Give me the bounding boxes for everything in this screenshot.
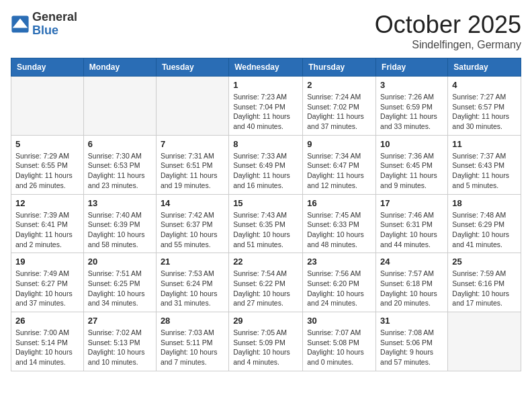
logo-icon: [11, 15, 30, 34]
calendar-cell: 23Sunrise: 7:56 AM Sunset: 6:20 PM Dayli…: [303, 253, 376, 312]
calendar-cell: 25Sunrise: 7:59 AM Sunset: 6:16 PM Dayli…: [448, 253, 521, 312]
day-number: 7: [161, 139, 224, 149]
day-info: Sunrise: 7:37 AM Sunset: 6:43 PM Dayligh…: [452, 151, 517, 191]
day-number: 3: [380, 80, 443, 90]
calendar-header: SundayMondayTuesdayWednesdayThursdayFrid…: [11, 58, 521, 77]
day-number: 28: [161, 316, 224, 326]
day-info: Sunrise: 7:43 AM Sunset: 6:35 PM Dayligh…: [233, 210, 298, 250]
page-header: General Blue October 2025 Sindelfingen, …: [11, 11, 521, 51]
calendar-cell: 13Sunrise: 7:40 AM Sunset: 6:39 PM Dayli…: [83, 194, 156, 253]
location: Sindelfingen, Germany: [375, 39, 521, 51]
calendar-body: 1Sunrise: 7:23 AM Sunset: 7:04 PM Daylig…: [11, 77, 521, 371]
day-info: Sunrise: 7:26 AM Sunset: 6:59 PM Dayligh…: [380, 92, 443, 132]
day-info: Sunrise: 7:45 AM Sunset: 6:33 PM Dayligh…: [307, 210, 371, 250]
day-number: 23: [307, 257, 371, 267]
day-info: Sunrise: 7:48 AM Sunset: 6:29 PM Dayligh…: [452, 210, 517, 250]
logo-text: General Blue: [32, 11, 77, 38]
calendar-cell: 17Sunrise: 7:46 AM Sunset: 6:31 PM Dayli…: [376, 194, 448, 253]
day-number: 10: [380, 139, 443, 149]
day-info: Sunrise: 7:42 AM Sunset: 6:37 PM Dayligh…: [161, 210, 224, 250]
day-number: 22: [233, 257, 298, 267]
day-info: Sunrise: 7:39 AM Sunset: 6:41 PM Dayligh…: [15, 210, 79, 250]
calendar-cell: 4Sunrise: 7:27 AM Sunset: 6:57 PM Daylig…: [448, 77, 521, 136]
calendar-cell: 20Sunrise: 7:51 AM Sunset: 6:25 PM Dayli…: [83, 253, 156, 312]
day-info: Sunrise: 7:03 AM Sunset: 5:11 PM Dayligh…: [161, 328, 224, 367]
day-info: Sunrise: 7:49 AM Sunset: 6:27 PM Dayligh…: [15, 269, 79, 308]
day-info: Sunrise: 7:53 AM Sunset: 6:24 PM Dayligh…: [161, 269, 224, 308]
calendar-cell: [83, 77, 156, 136]
day-info: Sunrise: 7:54 AM Sunset: 6:22 PM Dayligh…: [233, 269, 298, 308]
calendar-cell: 2Sunrise: 7:24 AM Sunset: 7:02 PM Daylig…: [303, 77, 376, 136]
weekday-header: Saturday: [448, 58, 521, 77]
day-number: 27: [88, 316, 152, 326]
day-number: 19: [15, 257, 79, 267]
day-info: Sunrise: 7:29 AM Sunset: 6:55 PM Dayligh…: [15, 151, 79, 191]
day-number: 24: [380, 257, 443, 267]
day-number: 15: [233, 198, 298, 208]
calendar-cell: 29Sunrise: 7:05 AM Sunset: 5:09 PM Dayli…: [229, 312, 303, 371]
day-info: Sunrise: 7:07 AM Sunset: 5:08 PM Dayligh…: [307, 328, 371, 367]
day-info: Sunrise: 7:33 AM Sunset: 6:49 PM Dayligh…: [233, 151, 298, 191]
day-number: 13: [88, 198, 152, 208]
day-info: Sunrise: 7:02 AM Sunset: 5:13 PM Dayligh…: [88, 328, 152, 367]
day-number: 29: [233, 316, 298, 326]
day-number: 1: [233, 80, 298, 90]
calendar-cell: 28Sunrise: 7:03 AM Sunset: 5:11 PM Dayli…: [156, 312, 228, 371]
calendar-cell: 9Sunrise: 7:34 AM Sunset: 6:47 PM Daylig…: [303, 135, 376, 194]
day-info: Sunrise: 7:40 AM Sunset: 6:39 PM Dayligh…: [88, 210, 152, 250]
calendar-cell: 15Sunrise: 7:43 AM Sunset: 6:35 PM Dayli…: [229, 194, 303, 253]
day-info: Sunrise: 7:31 AM Sunset: 6:51 PM Dayligh…: [161, 151, 224, 191]
calendar-cell: 10Sunrise: 7:36 AM Sunset: 6:45 PM Dayli…: [376, 135, 448, 194]
day-number: 5: [15, 139, 79, 149]
calendar-cell: 19Sunrise: 7:49 AM Sunset: 6:27 PM Dayli…: [11, 253, 84, 312]
calendar-cell: [156, 77, 228, 136]
day-number: 25: [452, 257, 517, 267]
logo-blue: Blue: [32, 24, 77, 38]
day-number: 12: [15, 198, 79, 208]
day-number: 11: [452, 139, 517, 149]
calendar-cell: 16Sunrise: 7:45 AM Sunset: 6:33 PM Dayli…: [303, 194, 376, 253]
day-info: Sunrise: 7:24 AM Sunset: 7:02 PM Dayligh…: [307, 92, 371, 132]
day-number: 4: [452, 80, 517, 90]
day-number: 2: [307, 80, 371, 90]
weekday-header: Monday: [83, 58, 156, 77]
calendar-cell: 1Sunrise: 7:23 AM Sunset: 7:04 PM Daylig…: [229, 77, 303, 136]
calendar-week-row: 1Sunrise: 7:23 AM Sunset: 7:04 PM Daylig…: [11, 77, 521, 136]
day-info: Sunrise: 7:34 AM Sunset: 6:47 PM Dayligh…: [307, 151, 371, 191]
day-number: 31: [380, 316, 443, 326]
day-number: 18: [452, 198, 517, 208]
day-info: Sunrise: 7:51 AM Sunset: 6:25 PM Dayligh…: [88, 269, 152, 308]
calendar-cell: 30Sunrise: 7:07 AM Sunset: 5:08 PM Dayli…: [303, 312, 376, 371]
calendar-cell: 22Sunrise: 7:54 AM Sunset: 6:22 PM Dayli…: [229, 253, 303, 312]
weekday-header: Friday: [376, 58, 448, 77]
day-number: 9: [307, 139, 371, 149]
calendar-table: SundayMondayTuesdayWednesdayThursdayFrid…: [11, 58, 521, 371]
calendar-cell: 24Sunrise: 7:57 AM Sunset: 6:18 PM Dayli…: [376, 253, 448, 312]
calendar-cell: 12Sunrise: 7:39 AM Sunset: 6:41 PM Dayli…: [11, 194, 84, 253]
day-number: 21: [161, 257, 224, 267]
calendar-cell: 14Sunrise: 7:42 AM Sunset: 6:37 PM Dayli…: [156, 194, 228, 253]
day-number: 16: [307, 198, 371, 208]
day-info: Sunrise: 7:36 AM Sunset: 6:45 PM Dayligh…: [380, 151, 443, 191]
logo-general: General: [32, 11, 77, 24]
weekday-header: Tuesday: [156, 58, 228, 77]
weekday-header: Sunday: [11, 58, 84, 77]
day-info: Sunrise: 7:23 AM Sunset: 7:04 PM Dayligh…: [233, 92, 298, 132]
month-title: October 2025: [375, 11, 521, 39]
weekday-header: Thursday: [303, 58, 376, 77]
calendar-cell: 6Sunrise: 7:30 AM Sunset: 6:53 PM Daylig…: [83, 135, 156, 194]
calendar-cell: [448, 312, 521, 371]
weekday-row: SundayMondayTuesdayWednesdayThursdayFrid…: [11, 58, 521, 77]
calendar-cell: [11, 77, 84, 136]
calendar-cell: 27Sunrise: 7:02 AM Sunset: 5:13 PM Dayli…: [83, 312, 156, 371]
day-number: 26: [15, 316, 79, 326]
calendar-week-row: 26Sunrise: 7:00 AM Sunset: 5:14 PM Dayli…: [11, 312, 521, 371]
calendar-week-row: 12Sunrise: 7:39 AM Sunset: 6:41 PM Dayli…: [11, 194, 521, 253]
day-number: 8: [233, 139, 298, 149]
day-info: Sunrise: 7:56 AM Sunset: 6:20 PM Dayligh…: [307, 269, 371, 308]
day-info: Sunrise: 7:30 AM Sunset: 6:53 PM Dayligh…: [88, 151, 152, 191]
day-number: 17: [380, 198, 443, 208]
day-number: 14: [161, 198, 224, 208]
calendar-cell: 26Sunrise: 7:00 AM Sunset: 5:14 PM Dayli…: [11, 312, 84, 371]
calendar-cell: 21Sunrise: 7:53 AM Sunset: 6:24 PM Dayli…: [156, 253, 228, 312]
